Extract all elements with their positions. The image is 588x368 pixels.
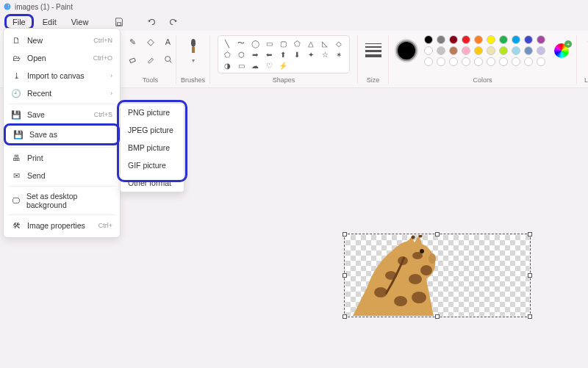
color-swatch[interactable] bbox=[462, 35, 470, 44]
color-swatch[interactable] bbox=[462, 57, 470, 66]
color-swatch[interactable] bbox=[449, 46, 458, 55]
color-swatch[interactable] bbox=[424, 35, 433, 44]
color-swatch[interactable] bbox=[462, 46, 470, 55]
pentagon-shape-icon[interactable]: ⬠ bbox=[223, 50, 232, 59]
color-swatch[interactable] bbox=[474, 35, 483, 44]
color-swatch[interactable] bbox=[499, 57, 508, 66]
color-swatch[interactable] bbox=[499, 35, 508, 44]
hexagon-shape-icon[interactable]: ⬡ bbox=[237, 50, 245, 59]
resize-handle-ml[interactable] bbox=[343, 273, 347, 278]
callout-round-shape-icon[interactable]: ◑ bbox=[223, 61, 232, 70]
rtriangle-shape-icon[interactable]: ◺ bbox=[320, 39, 329, 48]
resize-handle-br[interactable] bbox=[528, 314, 532, 319]
save-as-jpeg[interactable]: JPEG picture bbox=[121, 121, 184, 139]
fill-icon[interactable] bbox=[144, 35, 157, 48]
larrow-shape-icon[interactable]: ⬅ bbox=[265, 50, 273, 59]
file-recent[interactable]: 🕘Recent› bbox=[4, 84, 120, 102]
resize-handle-tm[interactable] bbox=[435, 232, 440, 237]
callout-rect-shape-icon[interactable]: ▭ bbox=[237, 61, 245, 70]
color-swatch[interactable] bbox=[474, 46, 483, 55]
current-color[interactable] bbox=[396, 40, 417, 61]
color-swatch[interactable] bbox=[537, 35, 545, 44]
lightning-shape-icon[interactable]: ⚡ bbox=[279, 61, 287, 70]
file-send[interactable]: ✉Send bbox=[4, 167, 120, 184]
color-swatch[interactable] bbox=[437, 46, 445, 55]
file-print[interactable]: 🖶Print bbox=[4, 149, 120, 167]
menu-edit[interactable]: Edit bbox=[37, 16, 62, 28]
heart-shape-icon[interactable]: ♡ bbox=[265, 61, 273, 70]
color-swatch[interactable] bbox=[487, 35, 495, 44]
color-swatch[interactable] bbox=[524, 57, 533, 66]
callout-cloud-shape-icon[interactable]: ☁ bbox=[251, 61, 259, 70]
svg-point-1 bbox=[6, 5, 7, 7]
file-save-as[interactable]: 💾Save as bbox=[4, 123, 120, 145]
curve-shape-icon[interactable]: 〜 bbox=[237, 39, 245, 48]
resize-handle-bm[interactable] bbox=[435, 314, 440, 319]
file-new[interactable]: 🗋NewCtrl+N bbox=[4, 32, 120, 49]
layers-label: Layers bbox=[584, 76, 588, 84]
save-as-bmp[interactable]: BMP picture bbox=[121, 139, 184, 156]
text-icon[interactable]: A bbox=[162, 35, 175, 48]
save-as-png[interactable]: PNG picture bbox=[121, 104, 184, 121]
oval-shape-icon[interactable]: ◯ bbox=[251, 39, 259, 48]
color-swatch[interactable] bbox=[487, 57, 495, 66]
star5-shape-icon[interactable]: ☆ bbox=[320, 50, 329, 59]
canvas-selection[interactable] bbox=[345, 235, 529, 316]
shapes-gallery[interactable]: ╲ 〜 ◯ ▭ ▢ ⬠ △ ◺ ◇ ⬠ ⬡ ➡ ⬅ ⬆ ⬇ ✦ ☆ ✶ ◑ ▭ … bbox=[218, 35, 350, 73]
file-set-bg[interactable]: 🖵Set as desktop background bbox=[4, 188, 120, 213]
roundrect-shape-icon[interactable]: ▢ bbox=[279, 39, 287, 48]
pencil-icon[interactable]: ✎ bbox=[126, 35, 140, 48]
triangle-shape-icon[interactable]: △ bbox=[306, 39, 315, 48]
size-label: Size bbox=[367, 76, 380, 84]
diamond-shape-icon[interactable]: ◇ bbox=[334, 39, 343, 48]
uarrow-shape-icon[interactable]: ⬆ bbox=[279, 50, 287, 59]
svg-line-7 bbox=[169, 61, 171, 63]
color-swatch[interactable] bbox=[512, 46, 520, 55]
color-swatch[interactable] bbox=[474, 57, 483, 66]
color-swatch[interactable] bbox=[424, 57, 433, 66]
line-shape-icon[interactable]: ╲ bbox=[223, 39, 232, 48]
color-swatch[interactable] bbox=[524, 35, 533, 44]
zoom-icon[interactable] bbox=[162, 53, 175, 66]
color-swatch[interactable] bbox=[424, 46, 433, 55]
open-folder-icon: 🗁 bbox=[11, 53, 21, 63]
file-open[interactable]: 🗁OpenCtrl+O bbox=[4, 49, 120, 67]
size-button[interactable] bbox=[364, 35, 383, 65]
color-swatch[interactable] bbox=[449, 35, 458, 44]
file-image-props[interactable]: 🛠Image propertiesCtrl+ bbox=[4, 217, 120, 234]
undo-button[interactable] bbox=[144, 15, 159, 29]
color-swatch[interactable] bbox=[512, 35, 520, 44]
save-as-other[interactable]: Other format bbox=[121, 174, 184, 192]
save-quick-button[interactable] bbox=[112, 15, 126, 29]
color-swatch[interactable] bbox=[437, 35, 445, 44]
brushes-button[interactable]: ▾ bbox=[183, 35, 204, 65]
color-swatch[interactable] bbox=[449, 57, 458, 66]
ribbon-group-colors: Colors bbox=[389, 35, 577, 84]
edit-colors-button[interactable] bbox=[554, 43, 569, 58]
color-swatch[interactable] bbox=[537, 46, 545, 55]
eraser-icon[interactable] bbox=[126, 53, 140, 66]
menu-view[interactable]: View bbox=[65, 16, 95, 28]
rarrow-shape-icon[interactable]: ➡ bbox=[251, 50, 259, 59]
file-import[interactable]: ⤓Import to canvas› bbox=[4, 67, 120, 84]
color-swatch[interactable] bbox=[524, 46, 533, 55]
layers-button[interactable] bbox=[586, 35, 589, 53]
save-as-gif[interactable]: GIF picture bbox=[121, 156, 184, 174]
resize-handle-bl[interactable] bbox=[343, 314, 347, 319]
resize-handle-mr[interactable] bbox=[528, 273, 532, 278]
star4-shape-icon[interactable]: ✦ bbox=[306, 50, 315, 59]
color-swatch[interactable] bbox=[512, 57, 520, 66]
picker-icon[interactable] bbox=[144, 53, 157, 66]
resize-handle-tl[interactable] bbox=[343, 232, 347, 237]
resize-handle-tr[interactable] bbox=[528, 232, 532, 237]
color-swatch[interactable] bbox=[499, 46, 508, 55]
darrow-shape-icon[interactable]: ⬇ bbox=[293, 50, 301, 59]
color-swatch[interactable] bbox=[537, 57, 545, 66]
redo-button[interactable] bbox=[166, 15, 181, 29]
color-swatch[interactable] bbox=[487, 46, 495, 55]
file-save[interactable]: 💾SaveCtrl+S bbox=[4, 106, 120, 123]
color-swatch[interactable] bbox=[437, 57, 445, 66]
polygon-shape-icon[interactable]: ⬠ bbox=[293, 39, 301, 48]
star6-shape-icon[interactable]: ✶ bbox=[334, 50, 343, 59]
rect-shape-icon[interactable]: ▭ bbox=[265, 39, 273, 48]
